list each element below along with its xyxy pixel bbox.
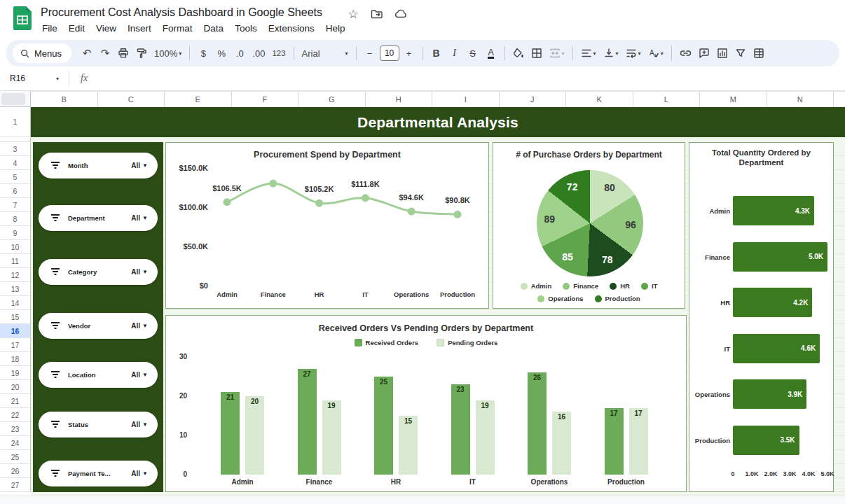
chart-procurement-spend[interactable]: Procurement Spend by Department$0$50.0K$…	[165, 142, 489, 309]
row-header-16[interactable]: 16	[0, 324, 31, 338]
insert-chart-button[interactable]	[714, 44, 731, 62]
decrease-decimal-button[interactable]: .0	[231, 44, 248, 62]
chart-received-vs-pending[interactable]: Received Orders Vs Pending Orders by Dep…	[165, 315, 687, 492]
chart-total-quantity[interactable]: Total Quantity Ordered byDepartmentAdmin…	[689, 142, 834, 492]
insert-comment-button[interactable]	[696, 44, 713, 62]
name-box[interactable]: R16 ▾	[0, 74, 64, 83]
row-header-14[interactable]: 14	[0, 296, 31, 310]
row-header-7[interactable]: 7	[0, 198, 31, 212]
row-header-25[interactable]: 25	[0, 450, 31, 464]
row-header-23[interactable]: 23	[0, 422, 31, 436]
column-header-G[interactable]: G	[298, 92, 366, 107]
italic-button[interactable]: I	[446, 44, 463, 62]
column-header-I[interactable]: I	[432, 92, 500, 107]
row-header-20[interactable]: 20	[0, 380, 31, 394]
column-header-B[interactable]: B	[31, 92, 98, 107]
document-title[interactable]: Procurement Cost Analysis Dashboard in G…	[41, 6, 322, 19]
format-currency-button[interactable]: $	[195, 44, 212, 62]
text-rotation-button[interactable]: A ▾	[645, 44, 666, 62]
formula-input[interactable]	[88, 66, 845, 90]
filter-category[interactable]: CategoryAll▼	[39, 259, 158, 285]
menu-insert[interactable]: Insert	[122, 21, 157, 36]
row-header-4[interactable]: 4	[0, 156, 31, 170]
move-to-folder-icon[interactable]	[370, 7, 384, 21]
row-header-27[interactable]: 27	[0, 478, 31, 492]
column-header-F[interactable]: F	[232, 92, 299, 107]
chart-purchase-orders-pie[interactable]: # of Purchase Orders by Department809678…	[493, 142, 685, 309]
column-header-E[interactable]: E	[165, 92, 232, 107]
filter-vendor[interactable]: VendorAll▼	[39, 313, 158, 339]
filter-value-dropdown[interactable]: All▼	[131, 421, 148, 428]
increase-font-size-button[interactable]: +	[401, 44, 418, 62]
menu-help[interactable]: Help	[320, 21, 351, 36]
menu-file[interactable]: File	[36, 21, 63, 36]
strikethrough-button[interactable]: S	[465, 44, 481, 62]
merge-cells-button[interactable]: ▾	[547, 44, 568, 62]
vertical-align-button[interactable]: ▾	[600, 44, 621, 62]
star-icon[interactable]: ☆	[346, 7, 360, 21]
horizontal-align-button[interactable]: ▾	[578, 44, 599, 62]
column-header-J[interactable]: J	[500, 92, 567, 107]
column-header-H[interactable]: H	[366, 92, 433, 107]
filter-value-dropdown[interactable]: All▼	[131, 470, 148, 477]
column-header-O[interactable]: O	[834, 92, 845, 107]
menu-tools[interactable]: Tools	[229, 21, 263, 36]
column-header-C[interactable]: C	[98, 92, 165, 107]
row-header-24[interactable]: 24	[0, 436, 31, 450]
column-header-K[interactable]: K	[566, 92, 633, 107]
fill-color-button[interactable]	[510, 44, 527, 62]
row-header-19[interactable]: 19	[0, 366, 31, 380]
menus-search-button[interactable]: Menus	[13, 43, 71, 63]
row-header-18[interactable]: 18	[0, 352, 31, 366]
row-header-17[interactable]: 17	[0, 338, 31, 352]
menu-edit[interactable]: Edit	[63, 21, 90, 36]
row-header-5[interactable]: 5	[0, 170, 31, 184]
increase-decimal-button[interactable]: .00	[249, 44, 268, 62]
font-size-input[interactable]: 10	[380, 46, 399, 61]
zoom-select[interactable]: 100%▾	[151, 44, 184, 62]
row-header-2[interactable]	[0, 137, 31, 142]
row-header-9[interactable]: 9	[0, 226, 31, 240]
undo-button[interactable]: ↶	[78, 44, 95, 62]
filter-department[interactable]: DepartmentAll▼	[39, 205, 158, 231]
filter-value-dropdown[interactable]: All▼	[131, 214, 148, 222]
select-all-corner[interactable]	[0, 91, 31, 107]
bold-button[interactable]: B	[428, 44, 445, 62]
borders-button[interactable]	[528, 44, 545, 62]
row-header-12[interactable]: 12	[0, 268, 31, 282]
row-header-21[interactable]: 21	[0, 394, 31, 408]
menu-format[interactable]: Format	[157, 21, 198, 36]
filter-location[interactable]: LocationAll▼	[39, 362, 158, 388]
menu-extensions[interactable]: Extensions	[263, 21, 320, 36]
create-filter-button[interactable]	[732, 44, 749, 62]
filter-value-dropdown[interactable]: All▼	[131, 322, 148, 330]
insert-link-button[interactable]	[677, 44, 694, 62]
filter-status[interactable]: StatusAll▼	[39, 412, 158, 438]
filter-value-dropdown[interactable]: All▼	[131, 162, 148, 169]
filter-payment-te[interactable]: Payment Te...All▼	[39, 461, 158, 486]
paint-format-button[interactable]	[133, 44, 150, 62]
font-family-select[interactable]: Arial▾	[299, 44, 351, 62]
column-header-M[interactable]: M	[700, 92, 767, 107]
menu-view[interactable]: View	[90, 21, 122, 36]
row-header-11[interactable]: 11	[0, 254, 31, 268]
row-header-6[interactable]: 6	[0, 184, 31, 198]
filter-value-dropdown[interactable]: All▼	[131, 371, 148, 379]
row-header-8[interactable]: 8	[0, 212, 31, 226]
format-percent-button[interactable]: %	[213, 44, 230, 62]
row-header-26[interactable]: 26	[0, 464, 31, 478]
row-header-1[interactable]: 1	[0, 107, 31, 137]
row-header-22[interactable]: 22	[0, 408, 31, 422]
row-header-10[interactable]: 10	[0, 240, 31, 254]
decrease-font-size-button[interactable]: −	[362, 44, 378, 62]
filter-value-dropdown[interactable]: All▼	[131, 268, 148, 276]
menu-data[interactable]: Data	[198, 21, 230, 36]
text-wrap-button[interactable]: ▾	[623, 44, 644, 62]
functions-button[interactable]	[750, 44, 767, 62]
text-color-button[interactable]: A	[483, 44, 500, 62]
column-header-L[interactable]: L	[633, 92, 701, 107]
row-header-15[interactable]: 15	[0, 310, 31, 324]
column-header-N[interactable]: N	[767, 92, 834, 107]
filter-month[interactable]: MonthAll▼	[39, 153, 158, 178]
cloud-status-icon[interactable]	[394, 7, 408, 21]
